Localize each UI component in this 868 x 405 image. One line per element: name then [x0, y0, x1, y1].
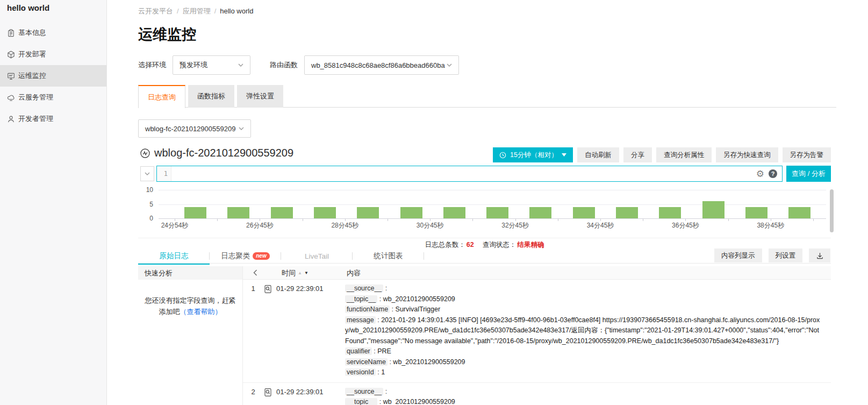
chart-bar[interactable]	[745, 207, 767, 218]
y-tick-label: 5	[149, 201, 153, 208]
row-content: __source__ : __topic__ : wb_202101290055…	[345, 387, 831, 405]
caret-down-icon	[562, 153, 566, 157]
log-field-key[interactable]: message	[345, 316, 376, 324]
sidebar-item[interactable]: 云服务管理	[0, 87, 106, 108]
sidebar-item[interactable]: 开发部署	[0, 44, 106, 65]
sidebar-menu: 基本信息开发部署运维监控云服务管理开发者管理	[0, 22, 106, 130]
chart-separator	[138, 238, 831, 238]
log-field-key[interactable]: serviceName	[345, 358, 388, 366]
axis-tick	[728, 219, 729, 221]
run-query-button[interactable]: 查询 / 分析	[786, 166, 831, 182]
log-field-key[interactable]: qualifier	[345, 347, 372, 355]
chevron-down-icon	[447, 63, 452, 67]
chart-plot: 24分54秒26分45秒28分45秒30分45秒32分45秒34分45秒36分4…	[159, 190, 826, 218]
breadcrumb-item[interactable]: 云开发平台	[138, 7, 173, 15]
logstore-icon	[140, 148, 150, 159]
chart-bar[interactable]	[271, 207, 293, 218]
query-expand-button[interactable]	[140, 166, 154, 181]
collapse-panel-button[interactable]	[253, 269, 257, 276]
result-tab[interactable]: 原始日志	[138, 248, 210, 264]
chart-bar[interactable]	[616, 207, 638, 218]
page-tabs: 日志查询函数指标弹性设置	[138, 85, 836, 108]
panel-action-button[interactable]: 自动刷新	[577, 147, 619, 162]
log-field-value: SurvivalTrigger	[396, 305, 441, 313]
view-help-link[interactable]: （查看帮助）	[180, 308, 222, 316]
log-field: qualifier : PRE	[345, 346, 822, 357]
gear-icon[interactable]: ⚙	[756, 169, 764, 179]
tab[interactable]: 函数指标	[188, 85, 234, 108]
new-badge: new	[253, 252, 269, 260]
chart-bar[interactable]	[486, 207, 508, 218]
log-field-value: 1	[381, 368, 385, 376]
log-field-key[interactable]: __topic__	[345, 398, 377, 405]
query-input[interactable]	[171, 166, 756, 181]
chart-bar[interactable]	[659, 207, 681, 218]
y-tick-label: 10	[146, 186, 153, 194]
sort-asc-icon[interactable]: ▲	[298, 271, 302, 275]
axis-tick	[303, 219, 303, 221]
sort-desc-icon[interactable]: ▼	[304, 271, 309, 275]
active-tab-underline	[138, 264, 210, 265]
log-table-header: 快速分析 时间 ▲▼ 内容	[138, 266, 831, 280]
log-field-value: wb_2021012900559209	[393, 358, 465, 366]
result-tab[interactable]: 统计图表	[353, 248, 424, 264]
download-button[interactable]	[809, 248, 830, 262]
sidebar-item[interactable]: 基本信息	[0, 22, 106, 44]
axis-tick	[643, 219, 643, 221]
content-column-header: 内容	[347, 268, 361, 278]
panel-action-button[interactable]: 查询分析属性	[656, 147, 712, 162]
quick-analysis-panel: 您还没有指定字段查询，赶紧 添加吧（查看帮助）	[138, 280, 243, 405]
help-icon[interactable]: ?	[769, 169, 777, 178]
log-field-key[interactable]: __source__	[345, 285, 383, 292]
log-field-key[interactable]: functionName	[345, 305, 390, 313]
log-field-key[interactable]: __source__	[345, 388, 383, 395]
log-detail-button[interactable]	[263, 283, 276, 378]
chart-bar[interactable]	[357, 207, 379, 218]
log-rows: 101-29 22:39:01__source__ : __topic__ : …	[243, 280, 831, 405]
chart-bar[interactable]	[184, 207, 206, 218]
breadcrumb-item[interactable]: 应用管理	[183, 7, 211, 15]
axis-tick	[813, 219, 814, 221]
log-field: message : 2021-01-29 14:39:01.435 [INFO]…	[345, 315, 822, 347]
panel-action-button[interactable]: 另存为快速查询	[716, 147, 778, 162]
table-row: 101-29 22:39:01__source__ : __topic__ : …	[243, 280, 831, 383]
sidebar-item[interactable]: 开发者管理	[0, 108, 106, 130]
time-range-button[interactable]: 15分钟（相对）	[493, 147, 573, 162]
log-field-key[interactable]: versionId	[345, 368, 376, 376]
chart-bar[interactable]	[702, 201, 724, 218]
log-field: __topic__ : wb_2021012900559209	[345, 397, 822, 405]
vertical-scrollbar[interactable]	[830, 189, 834, 232]
log-field: __source__ :	[345, 283, 822, 294]
tab[interactable]: 日志查询	[138, 85, 185, 108]
chart-bar[interactable]	[314, 207, 336, 218]
panel-action-button[interactable]: 另存为告警	[783, 147, 831, 162]
env-select[interactable]: 预发环境	[173, 55, 250, 75]
chart-bar[interactable]	[400, 207, 422, 218]
monitor-icon	[7, 72, 18, 80]
result-action-button[interactable]: 列设置	[769, 248, 803, 262]
sidebar-item[interactable]: 运维监控	[0, 65, 106, 87]
chart-bar[interactable]	[227, 207, 249, 218]
query-status-value: 结果精确	[517, 241, 544, 248]
x-tick-label: 36分45秒	[672, 221, 699, 230]
log-field-key[interactable]: __topic__	[345, 295, 377, 303]
route-function-select[interactable]: wb_8581c948c8c68ae8cf86a6bbead660ba	[304, 55, 459, 75]
x-tick-label: 34分45秒	[587, 221, 614, 230]
chart-bar[interactable]	[788, 207, 810, 218]
result-tab[interactable]: 日志聚类new	[210, 248, 281, 264]
logstore-select[interactable]: wblog-fc-2021012900559209	[138, 119, 251, 138]
panel-action-button[interactable]: 分享	[623, 147, 652, 162]
chart-bar[interactable]	[573, 207, 595, 218]
time-column-header: 时间 ▲▼	[282, 268, 309, 278]
row-content: __source__ : __topic__ : wb_202101290055…	[345, 283, 831, 378]
tab[interactable]: 弹性设置	[237, 85, 283, 108]
chart-bar[interactable]	[529, 207, 551, 218]
result-tab[interactable]: LiveTail	[281, 248, 353, 264]
result-action-button[interactable]: 内容列显示	[714, 248, 762, 262]
chart-bar[interactable]	[443, 207, 465, 218]
chevron-down-icon	[238, 63, 243, 67]
x-axis-line	[159, 218, 826, 219]
log-detail-button[interactable]	[263, 387, 276, 405]
log-field: versionId : 1	[345, 367, 822, 378]
main-content: 云开发平台/应用管理/hello world 运维监控 选择环境 预发环境 路由…	[107, 0, 868, 405]
